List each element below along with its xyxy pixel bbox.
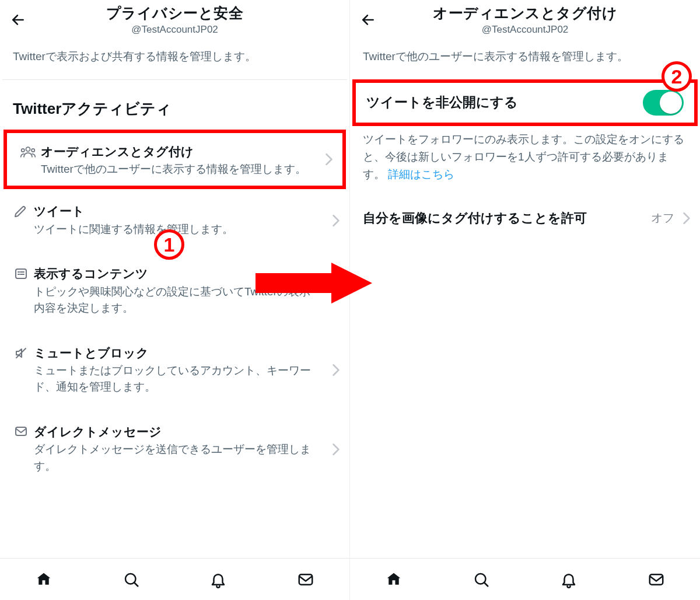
row-audience-tagging[interactable]: オーディエンスとタグ付け Twitterで他のユーザーに表示する情報を管理します… <box>7 133 342 186</box>
tab-notifications[interactable] <box>175 559 262 600</box>
highlight-box-2: ツイートを非公開にする <box>352 79 698 126</box>
svg-line-12 <box>134 582 138 586</box>
page-title: オーディエンスとタグ付け <box>378 4 672 23</box>
svg-rect-13 <box>299 574 313 585</box>
row-desc: ダイレクトメッセージを送信できるユーザーを管理します。 <box>34 441 317 475</box>
svg-point-1 <box>26 147 30 151</box>
content-right: Twitterで他のユーザーに表示する情報を管理します。 ツイートを非公開にする… <box>350 41 700 600</box>
user-handle: @TestAccountJP02 <box>378 24 672 36</box>
header-left: プライバシーと安全 @TestAccountJP02 <box>0 0 349 41</box>
photo-tagging-label: 自分を画像にタグ付けすることを許可 <box>363 210 651 227</box>
tab-home[interactable] <box>0 559 88 600</box>
search-icon <box>123 571 140 588</box>
title-block: プライバシーと安全 @TestAccountJP02 <box>28 4 321 36</box>
title-block: オーディエンスとタグ付け @TestAccountJP02 <box>378 4 672 36</box>
svg-rect-17 <box>650 574 663 585</box>
back-button[interactable] <box>358 10 378 30</box>
tab-search[interactable] <box>88 559 175 600</box>
tab-messages[interactable] <box>612 559 700 600</box>
svg-marker-18 <box>256 263 372 304</box>
bell-icon <box>560 571 578 588</box>
bell-icon <box>209 571 227 588</box>
tab-search[interactable] <box>438 559 525 600</box>
row-title: ツイート <box>34 203 317 219</box>
back-button[interactable] <box>8 10 28 30</box>
panel-audience: オーディエンスとタグ付け @TestAccountJP02 Twitterで他の… <box>350 0 700 600</box>
envelope-icon <box>297 572 314 587</box>
row-desc: ミュートまたはブロックしているアカウント、キーワード、通知を管理します。 <box>34 362 317 396</box>
row-protect-tweets[interactable]: ツイートを非公開にする <box>356 83 694 123</box>
toggle-knob <box>660 92 682 114</box>
user-handle: @TestAccountJP02 <box>28 24 321 36</box>
row-photo-tagging[interactable]: 自分を画像にタグ付けすることを許可 オフ <box>350 184 700 239</box>
home-icon <box>35 571 52 588</box>
annotation-arrow <box>256 263 372 304</box>
row-text: ツイート ツイートに関連する情報を管理します。 <box>34 203 341 238</box>
envelope-icon <box>8 424 34 438</box>
learn-more-link[interactable]: 詳細はこちら <box>388 168 454 180</box>
svg-rect-10 <box>16 427 26 435</box>
chevron-right-icon <box>682 212 691 225</box>
settings-list: オーディエンスとタグ付け Twitterで他のユーザーに表示する情報を管理します… <box>0 130 349 489</box>
row-title: オーディエンスとタグ付け <box>41 144 310 160</box>
row-title: ミュートとブロック <box>34 345 317 361</box>
row-text: ダイレクトメッセージ ダイレクトメッセージを送信できるユーザーを管理します。 <box>34 424 341 475</box>
page-title: プライバシーと安全 <box>28 4 321 23</box>
protect-tweets-toggle[interactable] <box>643 90 684 116</box>
speaker-off-icon <box>8 345 34 360</box>
page-subhead: Twitterで他のユーザーに表示する情報を管理します。 <box>350 41 700 79</box>
tabbar-left <box>0 558 349 600</box>
list-box-icon <box>8 266 34 281</box>
chevron-right-icon <box>332 443 340 456</box>
row-mute-block[interactable]: ミュートとブロック ミュートまたはブロックしているアカウント、キーワード、通知を… <box>0 331 349 410</box>
header-right: オーディエンスとタグ付け @TestAccountJP02 <box>350 0 700 41</box>
chevron-right-icon <box>332 214 340 227</box>
photo-tagging-value: オフ <box>651 210 674 226</box>
content-left: Twitterで表示および共有する情報を管理します。 Twitterアクティビテ… <box>0 41 349 600</box>
annotation-number: 1 <box>164 233 175 256</box>
svg-line-16 <box>484 582 488 586</box>
page-subhead: Twitterで表示および共有する情報を管理します。 <box>0 41 349 79</box>
protect-tweets-desc: ツイートをフォロワーにのみ表示します。この設定をオンにすると、今後は新しいフォロ… <box>350 126 700 184</box>
tab-home[interactable] <box>350 559 438 600</box>
svg-point-3 <box>32 148 34 151</box>
row-desc: Twitterで他のユーザーに表示する情報を管理します。 <box>41 161 310 178</box>
home-icon <box>385 571 402 588</box>
section-label: Twitterアクティビティ <box>0 80 349 130</box>
tab-messages[interactable] <box>262 559 349 600</box>
arrow-left-icon <box>360 12 376 27</box>
envelope-icon <box>648 572 665 587</box>
chevron-right-icon <box>332 364 340 376</box>
row-text: オーディエンスとタグ付け Twitterで他のユーザーに表示する情報を管理します… <box>41 144 334 178</box>
protect-tweets-label: ツイートを非公開にする <box>366 93 643 111</box>
row-direct-messages[interactable]: ダイレクトメッセージ ダイレクトメッセージを送信できるユーザーを管理します。 <box>0 410 349 489</box>
annotation-badge-1: 1 <box>154 229 184 260</box>
highlight-box-1: オーディエンスとタグ付け Twitterで他のユーザーに表示する情報を管理します… <box>4 130 346 190</box>
pencil-icon <box>8 203 34 218</box>
annotation-badge-2: 2 <box>662 61 692 92</box>
chevron-right-icon <box>325 153 333 166</box>
row-text: ミュートとブロック ミュートまたはブロックしているアカウント、キーワード、通知を… <box>34 345 341 396</box>
row-title: ダイレクトメッセージ <box>34 424 317 440</box>
annotation-number: 2 <box>671 65 682 88</box>
tab-notifications[interactable] <box>525 559 612 600</box>
people-icon <box>15 144 41 159</box>
svg-point-2 <box>22 148 24 151</box>
arrow-left-icon <box>10 12 26 27</box>
tabbar-right <box>350 558 700 600</box>
search-icon <box>473 571 490 588</box>
